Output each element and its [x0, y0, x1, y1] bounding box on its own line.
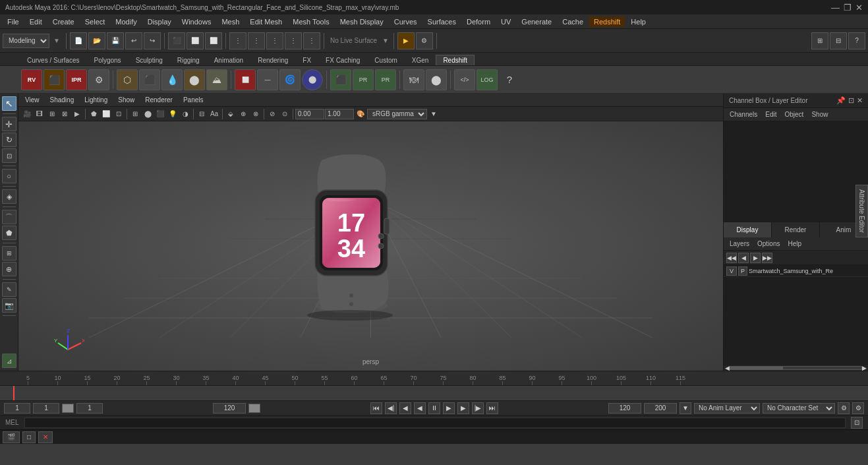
- vp-smooth2-btn[interactable]: ⊙: [279, 108, 291, 120]
- shelf-poly-icon2[interactable]: ⬛: [139, 69, 160, 90]
- grease-pencil-btn[interactable]: ✎: [2, 282, 16, 297]
- vp-play-btn[interactable]: ▶: [71, 108, 83, 120]
- shelf-tab-curves[interactable]: Curves / Surfaces: [20, 55, 86, 65]
- display-prefs-btn[interactable]: ⊞: [811, 32, 828, 49]
- layer-row-1[interactable]: V P Smartwatch_Samsung_with_Re: [724, 265, 868, 277]
- timeline-track[interactable]: [0, 386, 868, 400]
- vp-sel-type-btn[interactable]: ⬜: [100, 108, 112, 120]
- render-tab[interactable]: Render: [772, 222, 820, 237]
- close-button[interactable]: ✕: [855, 3, 863, 13]
- snap-grid-btn[interactable]: ⋮: [229, 32, 246, 49]
- taskbar-window-btn[interactable]: □: [22, 431, 36, 443]
- play-back-btn[interactable]: ◀: [414, 402, 426, 414]
- menu-file[interactable]: File: [3, 16, 24, 27]
- options-btn[interactable]: Options: [754, 239, 783, 249]
- shelf-rv-icon[interactable]: RV: [21, 69, 42, 90]
- play-fwd-btn[interactable]: ▶: [443, 402, 455, 414]
- vp-camera-btn[interactable]: 🎥: [21, 108, 33, 120]
- shelf-rs-icon1[interactable]: ⬜: [235, 69, 256, 90]
- show-manip-tool[interactable]: ◈: [2, 189, 16, 204]
- layout-btn[interactable]: ⊟: [830, 32, 847, 49]
- shelf-rs-icon2[interactable]: —: [257, 69, 278, 90]
- shelf-settings-icon[interactable]: ⚙: [88, 69, 109, 90]
- gamma-field[interactable]: [325, 109, 354, 119]
- channels-btn[interactable]: Channels: [726, 109, 761, 119]
- menu-deform[interactable]: Deform: [462, 16, 495, 27]
- render-settings-btn[interactable]: ⚙: [416, 32, 433, 49]
- shelf-tab-fx[interactable]: FX: [295, 55, 318, 65]
- layers-scrollbar[interactable]: [730, 366, 862, 370]
- scale-tool[interactable]: ⊡: [2, 148, 16, 163]
- command-line[interactable]: [24, 418, 846, 428]
- edit-btn[interactable]: Edit: [762, 109, 780, 119]
- shelf-tab-xgen[interactable]: XGen: [405, 55, 436, 65]
- shelf-tab-sculpting[interactable]: Sculpting: [129, 55, 170, 65]
- shelf-poly-icon3[interactable]: 💧: [161, 69, 183, 90]
- vp-xray-btn[interactable]: ⊘: [266, 108, 278, 120]
- shelf-tab-rigging[interactable]: Rigging: [170, 55, 207, 65]
- shelf-rs-icon6[interactable]: PR: [353, 69, 374, 90]
- object-btn[interactable]: Object: [782, 109, 807, 119]
- exposure-field[interactable]: [295, 109, 324, 119]
- menu-cache[interactable]: Cache: [558, 16, 588, 27]
- vp-wireframe-btn[interactable]: ⊞: [129, 108, 141, 120]
- menu-generate[interactable]: Generate: [517, 16, 556, 27]
- snap-surface-btn[interactable]: ⋮: [285, 32, 302, 49]
- playhead[interactable]: [13, 386, 14, 400]
- taskbar-close-btn[interactable]: ✕: [38, 431, 53, 443]
- stop-btn[interactable]: ⏸: [428, 402, 440, 414]
- vp-film-btn[interactable]: 🎞: [34, 108, 45, 120]
- lasso-tool-btn[interactable]: ⬜: [187, 32, 204, 49]
- vp-snap-all-btn[interactable]: ⬙: [225, 108, 237, 120]
- anim-options-btn[interactable]: ⚙: [838, 402, 850, 414]
- move-tool[interactable]: ✛: [2, 117, 16, 131]
- scroll-right-btn[interactable]: ▶: [862, 365, 867, 371]
- workspace-dropdown[interactable]: Modeling: [3, 34, 49, 48]
- quad-draw-tool[interactable]: ⊞: [2, 246, 16, 261]
- shelf-tab-fxcaching[interactable]: FX Caching: [318, 55, 367, 65]
- vp-menu-show[interactable]: Show: [114, 96, 138, 104]
- viewport-3d[interactable]: 17 34: [18, 121, 723, 371]
- panel-pin-btn[interactable]: 📌: [836, 96, 846, 105]
- menu-help[interactable]: Help: [626, 16, 651, 27]
- layer-help-btn[interactable]: Help: [784, 239, 805, 249]
- menu-mesh[interactable]: Mesh: [217, 16, 244, 27]
- vp-hud-btn[interactable]: ⊟: [196, 108, 208, 120]
- new-scene-btn[interactable]: 📄: [70, 32, 87, 49]
- menu-edit[interactable]: Edit: [25, 16, 47, 27]
- shelf-ipr-icon[interactable]: IPR: [66, 69, 87, 90]
- snap-point-btn[interactable]: ⋮: [266, 32, 283, 49]
- select-tool[interactable]: ↖: [2, 96, 16, 111]
- vp-light-btn[interactable]: 💡: [167, 108, 179, 120]
- vp-menu-view[interactable]: View: [21, 96, 43, 104]
- shelf-tab-polygons[interactable]: Polygons: [86, 55, 128, 65]
- lasso-select-tool[interactable]: ⌒: [2, 210, 16, 224]
- minimize-button[interactable]: —: [831, 3, 840, 13]
- menu-mesh-tools[interactable]: Mesh Tools: [288, 16, 333, 27]
- menu-create[interactable]: Create: [48, 16, 79, 27]
- paint-sel-btn[interactable]: ⬜: [205, 32, 222, 49]
- char-options-btn[interactable]: ⚙: [852, 402, 864, 414]
- playback-speed-btn[interactable]: ▼: [680, 402, 691, 414]
- menu-edit-mesh[interactable]: Edit Mesh: [245, 16, 287, 27]
- shelf-rs-icon8[interactable]: 🍽: [403, 69, 424, 90]
- panel-close-btn[interactable]: ✕: [857, 96, 863, 105]
- camera-btn[interactable]: 📷: [2, 298, 16, 313]
- vp-textured-btn[interactable]: ⬛: [154, 108, 166, 120]
- undo-btn[interactable]: ↩: [125, 32, 142, 49]
- soft-mod-tool[interactable]: ○: [2, 169, 16, 183]
- select-tool-btn[interactable]: ⬛: [168, 32, 185, 49]
- anim-layer-select[interactable]: No Anim Layer: [694, 403, 760, 414]
- menu-display[interactable]: Display: [143, 16, 176, 27]
- menu-surfaces[interactable]: Surfaces: [423, 16, 461, 27]
- paint-select-tool[interactable]: ⬟: [2, 226, 16, 240]
- vp-grid-btn[interactable]: ⊠: [59, 108, 71, 120]
- next-key-btn[interactable]: ▶: [457, 402, 469, 414]
- shelf-poly-icon5[interactable]: ⛰: [206, 69, 227, 90]
- menu-curves[interactable]: Curves: [390, 16, 422, 27]
- shelf-icon2[interactable]: ⬛: [43, 69, 65, 90]
- layer-nav-left2[interactable]: ◀: [738, 253, 749, 263]
- attribute-editor-tab[interactable]: Attribute Editor: [855, 185, 868, 237]
- menu-windows[interactable]: Windows: [177, 16, 216, 27]
- shelf-rs-icon11[interactable]: LOG: [477, 69, 498, 90]
